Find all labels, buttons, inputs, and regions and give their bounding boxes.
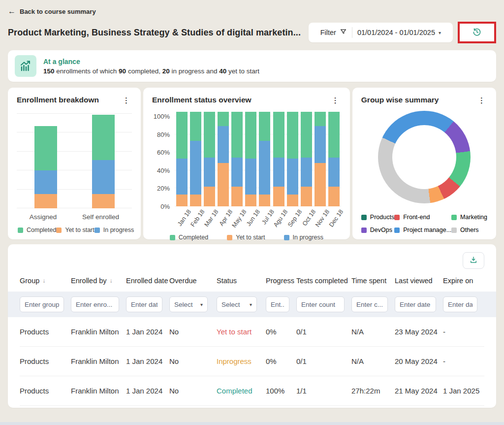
chevron-down-icon: ▾ (439, 30, 441, 35)
legend-swatch (361, 228, 367, 233)
bar-column (328, 112, 340, 206)
date-range-value: 01/01/2024 - 01/01/2025 (357, 29, 435, 36)
bar-segment (245, 112, 256, 159)
legend-swatch (394, 215, 400, 220)
legend-label: Yet to start (236, 234, 265, 241)
bar-segment (328, 112, 340, 158)
column-header-enrolled-by[interactable]: Enrolled by↓ (71, 277, 126, 285)
filter-cell (266, 296, 296, 312)
bar-segment (259, 141, 270, 195)
page-title: Product Marketing, Business Strategy & S… (8, 28, 301, 38)
bar-segment (218, 163, 229, 206)
legend-swatch (18, 228, 23, 233)
legend-swatch (451, 228, 457, 233)
y-axis-tick: 80% (157, 131, 170, 138)
bar-segment (273, 187, 284, 206)
filter-input[interactable] (266, 296, 289, 312)
sort-arrow-icon[interactable]: ↓ (110, 277, 113, 284)
column-header-status: Status (217, 277, 266, 285)
cell-expire-on: - (443, 327, 484, 336)
page: ← Back to course summary Product Marketi… (0, 0, 504, 408)
x-axis-labels: AssignedSelf enrolled (17, 213, 132, 221)
filter-button[interactable]: Filter (315, 28, 352, 37)
column-header-tests-completed: Tests completed (296, 277, 351, 285)
filter-cell: Select▾ (217, 296, 266, 312)
column-header-time-spent: Time spent (351, 277, 395, 285)
bar-segment (287, 112, 298, 159)
bar-column (231, 112, 243, 206)
x-axis-label: Assigned (30, 213, 57, 221)
legend-item: Yet to start (227, 234, 265, 241)
table-row[interactable]: ProductsFranklin Milton1 Jan 2024NoCompl… (20, 376, 484, 406)
filter-input[interactable] (20, 296, 64, 312)
bar-segment (176, 159, 188, 195)
chevron-down-icon: ▾ (200, 302, 203, 307)
bottom-strip (0, 422, 504, 425)
y-axis-tick: 0% (160, 203, 170, 210)
column-label: Overdue (169, 277, 197, 285)
filter-input[interactable] (71, 296, 119, 312)
legend-label: Marketing (460, 214, 487, 221)
x-axis-label: Agu 18 (273, 206, 284, 234)
bar-segment (92, 160, 115, 194)
history-clock-icon (472, 27, 482, 38)
card-menu-icon[interactable]: ⋮ (476, 96, 487, 105)
cell-overdue: No (169, 327, 217, 336)
title-row: Product Marketing, Business Strategy & S… (8, 22, 496, 43)
card-menu-icon[interactable]: ⋮ (121, 96, 132, 105)
filter-input[interactable] (296, 296, 345, 312)
cell-tests-completed: 1/1 (296, 387, 351, 395)
legend-item: Front-end (394, 214, 451, 221)
cell-enrolled-date: 1 Jan 2024 (126, 357, 169, 365)
cell-enrolled-date: 1 Jan 2024 (126, 327, 169, 336)
filter-select[interactable]: Select▾ (169, 296, 208, 312)
column-header-group[interactable]: Group↓ (20, 277, 71, 285)
bar-segment (204, 187, 215, 206)
filter-input[interactable] (395, 296, 436, 312)
select-value: Select (174, 301, 193, 308)
filter-cell: Select▾ (169, 296, 217, 312)
bar-segment (287, 159, 298, 195)
bar-segment (34, 170, 57, 194)
history-button[interactable] (462, 25, 492, 40)
card-title: Group wise summary (361, 96, 439, 104)
date-range-selector[interactable]: 01/01/2024 - 01/01/2025 ▾ (352, 29, 446, 36)
bar-segment (92, 194, 115, 208)
download-button[interactable] (463, 252, 484, 269)
table-row[interactable]: ProductsFranklin Milton1 Jan 2024NoInpro… (20, 347, 484, 376)
filter-label: Filter (320, 29, 336, 36)
table-header-row: Group↓Enrolled by↓Enrolled dateOverdueSt… (20, 272, 484, 292)
bar-segment (259, 112, 270, 141)
bar-segment (34, 126, 57, 170)
cell-progress: 0% (266, 327, 296, 336)
legend-item: In progress (284, 234, 324, 241)
bar-segment (190, 141, 201, 195)
group-wise-summary-card: Group wise summary ⋮ ProductsFront-endMa… (352, 88, 496, 239)
filter-input[interactable] (126, 296, 162, 312)
bar-segment (301, 158, 312, 187)
column-label: Enrolled date (126, 277, 168, 285)
card-menu-icon[interactable]: ⋮ (330, 96, 341, 105)
select-value: Select (221, 301, 240, 308)
bar-column (315, 112, 326, 206)
legend-swatch (284, 235, 289, 240)
download-icon (469, 256, 478, 266)
enrollment-status-card: Enrollment status overview ⋮ 0%20%40%60%… (143, 88, 350, 239)
bar-column (218, 112, 229, 206)
legend-swatch (56, 228, 62, 233)
bar-segment (176, 195, 188, 206)
filter-input[interactable] (443, 296, 477, 312)
filter-input[interactable] (351, 296, 388, 312)
sort-arrow-icon[interactable]: ↓ (42, 277, 45, 284)
table-row[interactable]: ProductsFranklin Milton1 Jan 2024NoYet t… (20, 317, 484, 347)
cell-progress: 100% (266, 387, 296, 395)
back-link[interactable]: ← Back to course summary (8, 7, 496, 16)
y-axis-tick: 20% (157, 185, 170, 192)
trend-chart-icon (15, 55, 36, 77)
filter-select[interactable]: Select▾ (217, 296, 257, 312)
bar-column (273, 112, 284, 206)
cell-last-viewed: 23 May 2024 (395, 327, 443, 336)
cell-time-spent: 27h:22m (351, 387, 395, 395)
cell-group: Products (20, 387, 71, 395)
legend-item: DevOps (361, 227, 394, 233)
